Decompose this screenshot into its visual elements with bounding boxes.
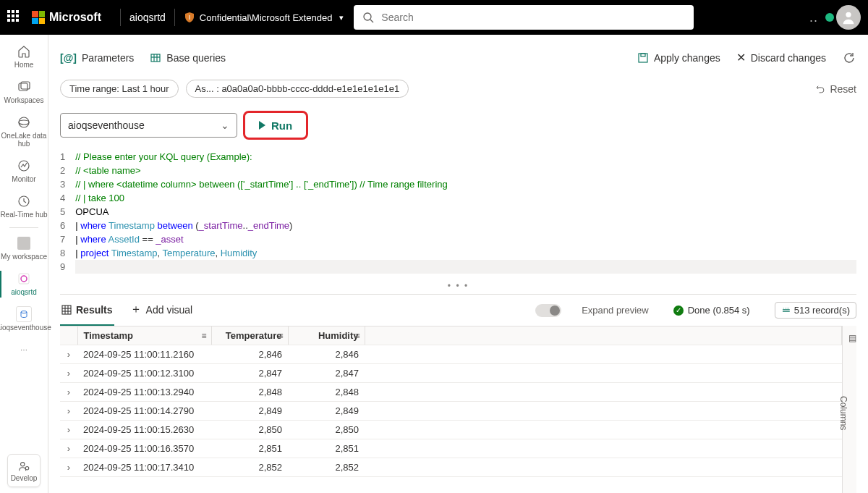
table-row[interactable]: › 2024-09-25 11:00:16.3570 2,851 2,851 (60, 439, 842, 458)
shield-icon (184, 12, 195, 23)
splitter-handle[interactable]: • • • (60, 281, 856, 291)
left-rail: Home Workspaces OneLake data hub Monitor… (0, 35, 48, 493)
svg-point-11 (21, 311, 27, 313)
expand-row-icon[interactable]: › (60, 421, 77, 439)
rows-icon: ⩸ (781, 305, 791, 316)
avatar[interactable] (836, 5, 861, 30)
context-label[interactable]: aioqsrtd (129, 12, 166, 23)
expand-row-icon[interactable]: › (60, 402, 77, 421)
expand-row-icon[interactable]: › (60, 383, 77, 402)
col-timestamp[interactable]: Timestamp≡ (77, 326, 211, 345)
plus-icon: ＋ (130, 302, 142, 317)
col-humidity[interactable]: Humidity≡ (288, 326, 365, 345)
status-chip: ✓ Done (0.854 s) (673, 305, 750, 316)
person-gear-icon (17, 460, 30, 473)
rail-home[interactable]: Home (0, 39, 48, 75)
col-temperature[interactable]: Temperature≡ (211, 326, 288, 345)
table-row[interactable]: › 2024-09-25 11:00:11.2160 2,846 2,846 (60, 345, 842, 364)
parameters-icon: [@] (60, 52, 77, 64)
col-menu-icon[interactable]: ≡ (201, 331, 206, 341)
reset-button[interactable]: Reset (815, 83, 856, 95)
discard-changes-button[interactable]: ✕ Discard changes (736, 51, 826, 64)
ellipsis-icon: ⋯ (16, 342, 32, 358)
col-menu-icon[interactable]: ≡ (354, 331, 359, 341)
apply-changes-button[interactable]: Apply changes (637, 52, 720, 64)
close-icon: ✕ (736, 51, 746, 64)
results-tab[interactable]: Results (60, 295, 114, 326)
content: [@] Parameters Base queries Apply change… (48, 35, 868, 493)
divider (120, 9, 121, 26)
base-queries-link[interactable]: Base queries (150, 52, 226, 64)
more-icon[interactable]: .. (809, 10, 818, 25)
columns-icon: ▤ (848, 333, 856, 343)
database-select[interactable]: aioqseventhouse ⌄ (60, 113, 237, 138)
save-icon (637, 52, 649, 64)
parameters-link[interactable]: [@] Parameters (60, 52, 134, 64)
asset-pill[interactable]: As... : a0a0a0a0-bbbb-cccc-dddd-e1e1e1e1… (186, 80, 409, 98)
query-editor[interactable]: 123456789 // Please enter your KQL query… (60, 150, 856, 274)
sensitivity-text: Confidential\Microsoft Extended (200, 12, 333, 23)
search-box[interactable] (354, 5, 694, 30)
checkmark-icon: ✓ (673, 306, 684, 316)
svg-rect-18 (639, 54, 647, 62)
rail-eventhouse[interactable]: aioqseventhouse (0, 302, 48, 337)
expand-preview-toggle[interactable] (535, 304, 561, 317)
brand-label: Microsoft (49, 11, 101, 24)
svg-point-6 (19, 120, 29, 125)
app-launcher-icon[interactable] (7, 10, 22, 25)
table-row[interactable]: › 2024-09-25 11:00:17.3410 2,852 2,852 (60, 458, 842, 477)
run-button[interactable]: Run (247, 114, 304, 136)
expand-row-icon[interactable]: › (60, 364, 77, 383)
editor-gutter: 123456789 (60, 150, 75, 274)
columns-panel-toggle[interactable]: ▤ Columns (842, 326, 856, 493)
svg-point-2 (846, 12, 851, 17)
monitor-icon (16, 158, 32, 174)
run-highlight: Run (243, 111, 308, 140)
expand-row-icon[interactable]: › (60, 458, 77, 477)
time-range-pill[interactable]: Time range: Last 1 hour (60, 80, 179, 98)
rail-datahub[interactable]: OneLake data hub (0, 110, 48, 153)
col-menu-icon[interactable]: ≡ (278, 331, 283, 341)
search-icon (362, 12, 374, 23)
home-icon (16, 43, 32, 59)
microsoft-logo-icon (32, 11, 45, 24)
table-icon (150, 52, 161, 64)
table-row[interactable]: › 2024-09-25 11:00:12.3100 2,847 2,847 (60, 364, 842, 383)
table-row[interactable]: › 2024-09-25 11:00:14.2790 2,849 2,849 (60, 402, 842, 421)
person-box-icon (16, 235, 32, 251)
svg-point-0 (364, 13, 371, 20)
editor-lines[interactable]: // Please enter your KQL query (Example)… (75, 150, 856, 274)
rail-workspaces[interactable]: Workspaces (0, 75, 48, 110)
add-visual-button[interactable]: ＋ Add visual (129, 295, 195, 326)
database-icon (16, 306, 32, 322)
datahub-icon (16, 114, 32, 130)
undo-icon (815, 84, 825, 94)
play-icon (259, 121, 265, 130)
pill-row: Time range: Last 1 hour As... : a0a0a0a0… (60, 80, 856, 98)
top-header: Microsoft aioqsrtd Confidential\Microsof… (0, 0, 868, 35)
results-table: Timestamp≡ Temperature≡ Humidity≡ › 2024… (60, 326, 842, 477)
svg-point-12 (21, 462, 25, 465)
chevron-down-icon: ▾ (339, 13, 344, 22)
record-count-chip[interactable]: ⩸ 513 record(s) (775, 302, 856, 319)
rail-realtime[interactable]: Real-Time hub (0, 189, 48, 224)
search-input[interactable] (381, 12, 685, 23)
rail-my-workspace[interactable]: My workspace (0, 231, 48, 266)
refresh-icon[interactable] (842, 51, 856, 65)
table-row[interactable]: › 2024-09-25 11:00:13.2940 2,848 2,848 (60, 383, 842, 402)
db-row: aioqseventhouse ⌄ Run (60, 111, 856, 140)
rail-aioqsrtd[interactable]: aioqsrtd (0, 266, 48, 302)
table-row[interactable]: › 2024-09-25 11:00:15.2630 2,850 2,850 (60, 421, 842, 439)
expand-row-icon[interactable]: › (60, 345, 77, 364)
brand[interactable]: Microsoft (32, 11, 101, 24)
expand-row-icon[interactable]: › (60, 439, 77, 458)
dashboard-icon (16, 271, 32, 287)
develop-button[interactable]: Develop (7, 454, 41, 487)
rail-more[interactable]: ⋯ (0, 337, 48, 363)
expand-preview-label: Expand preview (582, 305, 649, 316)
sensitivity-dropdown[interactable]: Confidential\Microsoft Extended ▾ (184, 12, 344, 23)
rail-monitor[interactable]: Monitor (0, 153, 48, 189)
workspaces-icon (16, 79, 32, 95)
svg-rect-19 (641, 54, 645, 56)
person-icon (841, 9, 856, 25)
